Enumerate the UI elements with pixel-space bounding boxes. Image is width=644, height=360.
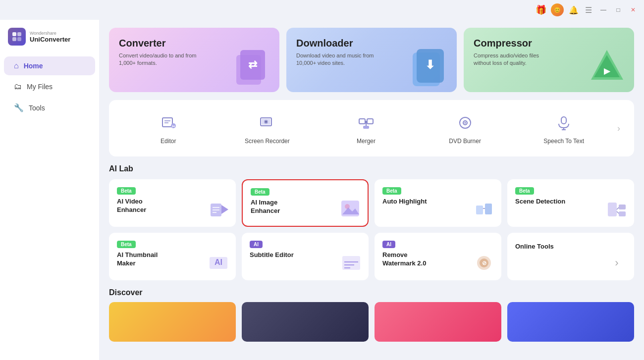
svg-rect-46	[619, 211, 626, 216]
tools-icon: 🔧	[14, 103, 24, 112]
titlebar: 🎁 😊 🔔 ☰ — □ ✕	[0, 0, 644, 20]
ai-scene-detection-badge: Beta	[515, 187, 534, 195]
svg-rect-44	[608, 203, 617, 216]
ai-image-enhancer-badge: Beta	[251, 188, 269, 196]
svg-rect-2	[12, 37, 16, 41]
tools-section: ✂ Editor Screen Recorder	[109, 100, 634, 156]
speech-to-text-icon	[553, 112, 575, 134]
ai-image-enhancer-icon	[338, 196, 363, 221]
ai-lab-grid: Beta AI VideoEnhancer	[109, 179, 634, 280]
ai-subtitle-editor-icon	[339, 251, 364, 275]
tool-editor[interactable]: ✂ Editor	[119, 108, 218, 149]
gift-icon[interactable]: 🎁	[536, 5, 546, 15]
ai-subtitle-editor-badge: AI	[250, 241, 263, 248]
home-icon: ⌂	[14, 61, 19, 70]
app-logo-icon	[8, 28, 26, 46]
ai-thumbnail-maker-badge: Beta	[117, 241, 136, 248]
logo-text: Wondershare UniConverter	[30, 31, 70, 43]
svg-line-48	[617, 211, 619, 213]
svg-rect-45	[619, 205, 626, 209]
bell-icon[interactable]: 🔔	[569, 5, 579, 15]
converter-desc: Convert video/audio to and from 1,000+ f…	[119, 52, 198, 67]
ai-lab-title: AI Lab	[109, 164, 634, 173]
ai-card-thumbnail-maker[interactable]: Beta AI ThumbnailMaker AI	[109, 233, 236, 280]
maximize-button[interactable]: □	[613, 5, 623, 15]
sidebar-item-myfiles[interactable]: 🗂 My Files	[4, 77, 95, 96]
converter-illustration: ⇄	[230, 48, 274, 92]
avatar[interactable]: 😊	[551, 3, 564, 16]
close-button[interactable]: ✕	[628, 5, 638, 15]
svg-rect-26	[363, 126, 369, 129]
ai-video-enhancer-badge: Beta	[117, 187, 136, 195]
ai-online-tools-icon: ›	[604, 251, 629, 275]
svg-rect-30	[561, 117, 566, 124]
ai-auto-highlight-icon	[472, 197, 496, 222]
ai-card-online-tools[interactable]: Online Tools ›	[507, 233, 634, 280]
svg-rect-41	[476, 206, 483, 214]
discover-card-3[interactable]	[375, 302, 501, 342]
tool-dvd-burner[interactable]: DVD Burner	[416, 108, 515, 149]
menu-icon[interactable]: ☰	[584, 5, 593, 15]
ai-scene-detection-icon	[604, 197, 629, 222]
svg-marker-34	[221, 205, 228, 214]
sidebar: Wondershare UniConverter ⌂ Home 🗂 My Fil…	[0, 20, 99, 360]
main-content: Converter Convert video/audio to and fro…	[99, 20, 644, 360]
editor-label: Editor	[161, 138, 176, 145]
tool-speech-to-text[interactable]: Speech To Text	[514, 108, 613, 149]
ai-card-subtitle-editor[interactable]: AI Subtitle Editor	[242, 233, 369, 280]
svg-text:⬇: ⬇	[425, 58, 435, 71]
ai-remove-watermark-badge: AI	[382, 241, 395, 248]
svg-text:AI: AI	[215, 258, 222, 266]
discover-title: Discover	[109, 288, 634, 297]
nav-tools-label: Tools	[29, 104, 45, 112]
ai-lab-section: AI Lab Beta AI VideoEnhancer	[109, 164, 634, 280]
ai-card-remove-watermark[interactable]: AI RemoveWatermark 2.0 ⊘	[375, 233, 501, 280]
discover-card-4[interactable]	[507, 302, 634, 342]
minimize-button[interactable]: —	[598, 5, 608, 15]
downloader-card[interactable]: Downloader Download video and music from…	[286, 28, 457, 92]
sidebar-item-home[interactable]: ⌂ Home	[4, 56, 95, 75]
ai-remove-watermark-icon: ⊘	[472, 251, 496, 275]
brand-name: Wondershare	[30, 31, 70, 36]
ai-online-tools-name: Online Tools	[515, 243, 626, 251]
ai-video-enhancer-icon	[206, 197, 231, 222]
discover-card-1[interactable]	[109, 302, 236, 342]
ai-card-scene-detection[interactable]: Beta Scene Detection	[507, 179, 634, 227]
ai-card-image-enhancer[interactable]: Beta AI ImageEnhancer	[242, 179, 369, 227]
ai-online-tools-top: Online Tools	[515, 241, 626, 251]
svg-point-21	[265, 121, 267, 123]
merger-label: Merger	[357, 138, 376, 145]
compressor-desc: Compress audio/video files without loss …	[474, 52, 553, 67]
tools-more-chevron[interactable]: ›	[613, 119, 624, 138]
merger-icon	[355, 112, 377, 134]
svg-rect-3	[17, 37, 21, 41]
tool-screen-recorder[interactable]: Screen Recorder	[218, 108, 317, 149]
sidebar-item-tools[interactable]: 🔧 Tools	[4, 98, 95, 117]
ai-auto-highlight-badge: Beta	[382, 187, 401, 195]
ai-thumbnail-maker-icon: AI	[206, 251, 231, 275]
discover-section: Discover	[109, 288, 634, 342]
ai-card-video-enhancer[interactable]: Beta AI VideoEnhancer	[109, 179, 236, 227]
screen-recorder-label: Screen Recorder	[245, 138, 290, 145]
files-icon: 🗂	[14, 82, 22, 91]
svg-text:⊘: ⊘	[482, 260, 486, 266]
ai-card-auto-highlight[interactable]: Beta Auto Highlight	[375, 179, 501, 227]
speech-to-text-label: Speech To Text	[543, 138, 584, 145]
svg-point-29	[464, 122, 466, 124]
dvd-burner-label: DVD Burner	[449, 138, 481, 145]
svg-text:▶: ▶	[604, 67, 611, 75]
svg-text:⇄: ⇄	[248, 58, 258, 71]
converter-card[interactable]: Converter Convert video/audio to and fro…	[109, 28, 279, 92]
tool-merger[interactable]: Merger	[317, 108, 416, 149]
discover-card-2[interactable]	[242, 302, 369, 342]
svg-rect-1	[17, 32, 21, 36]
svg-rect-22	[359, 119, 365, 124]
nav-home-label: Home	[24, 62, 43, 70]
logo-area: Wondershare UniConverter	[0, 28, 99, 55]
dvd-burner-icon	[454, 112, 476, 134]
screen-recorder-icon	[256, 112, 278, 134]
downloader-desc: Download video and music from 10,000+ vi…	[296, 52, 376, 67]
svg-line-47	[617, 207, 619, 209]
svg-rect-42	[485, 204, 492, 214]
compressor-card[interactable]: Compressor Compress audio/video files wi…	[464, 28, 634, 92]
